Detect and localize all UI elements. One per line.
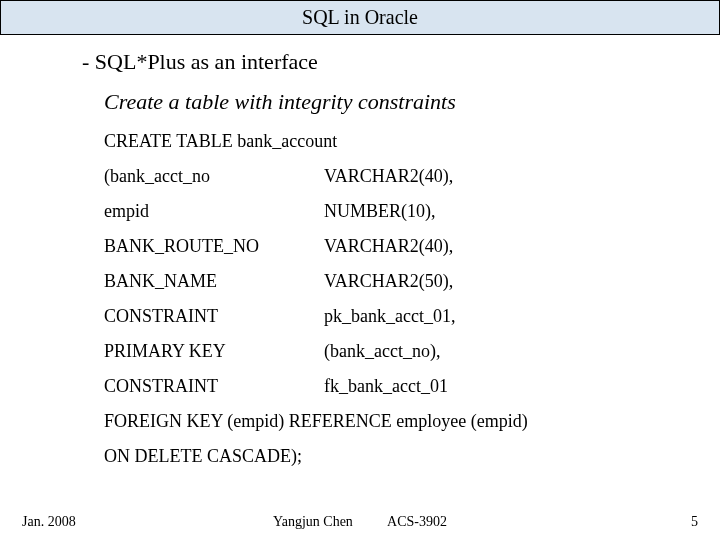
code-col2: pk_bank_acct_01, (324, 306, 455, 327)
code-col2: NUMBER(10), (324, 201, 436, 222)
slide-title: SQL in Oracle (302, 6, 418, 28)
subheading: Create a table with integrity constraint… (104, 89, 720, 115)
code-col2: fk_bank_acct_01 (324, 376, 448, 397)
footer-author: Yangjun Chen ACS-3902 (273, 514, 447, 530)
footer-date: Jan. 2008 (22, 514, 76, 530)
bullet-line: - SQL*Plus as an interface (82, 49, 720, 75)
code-row: PRIMARY KEY (bank_acct_no), (104, 341, 720, 362)
code-row: empid NUMBER(10), (104, 201, 720, 222)
slide-footer: Jan. 2008 Yangjun Chen ACS-3902 5 (0, 514, 720, 530)
slide-content: - SQL*Plus as an interface Create a tabl… (0, 35, 720, 467)
code-row: BANK_NAME VARCHAR2(50), (104, 271, 720, 292)
code-line: ON DELETE CASCADE); (104, 446, 720, 467)
code-col1: (bank_acct_no (104, 166, 324, 187)
page-number: 5 (691, 514, 698, 530)
code-row: CONSTRAINT fk_bank_acct_01 (104, 376, 720, 397)
code-col1: CONSTRAINT (104, 376, 324, 397)
code-line: FOREIGN KEY (empid) REFERENCE employee (… (104, 411, 720, 432)
code-row: (bank_acct_no VARCHAR2(40), (104, 166, 720, 187)
slide-header: SQL in Oracle (0, 0, 720, 35)
code-col2: (bank_acct_no), (324, 341, 440, 362)
code-col1: empid (104, 201, 324, 222)
code-col1: BANK_ROUTE_NO (104, 236, 324, 257)
code-col2: VARCHAR2(40), (324, 236, 453, 257)
code-col1: BANK_NAME (104, 271, 324, 292)
code-row: CONSTRAINT pk_bank_acct_01, (104, 306, 720, 327)
code-col1: PRIMARY KEY (104, 341, 324, 362)
code-col2: VARCHAR2(40), (324, 166, 453, 187)
code-col1: CONSTRAINT (104, 306, 324, 327)
code-line: CREATE TABLE bank_account (104, 131, 720, 152)
code-block: CREATE TABLE bank_account (bank_acct_no … (104, 131, 720, 467)
code-col2: VARCHAR2(50), (324, 271, 453, 292)
code-row: BANK_ROUTE_NO VARCHAR2(40), (104, 236, 720, 257)
